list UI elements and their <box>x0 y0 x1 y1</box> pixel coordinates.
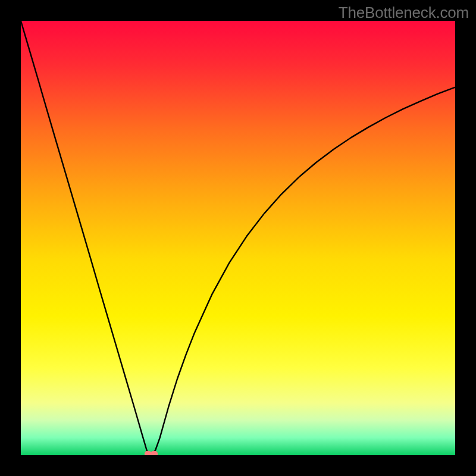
chart-svg <box>21 21 455 455</box>
gradient-background <box>21 21 455 455</box>
chart-frame: TheBottleneck.com <box>0 0 476 476</box>
watermark-label: TheBottleneck.com <box>339 4 469 22</box>
chart-plot-area <box>21 21 455 455</box>
